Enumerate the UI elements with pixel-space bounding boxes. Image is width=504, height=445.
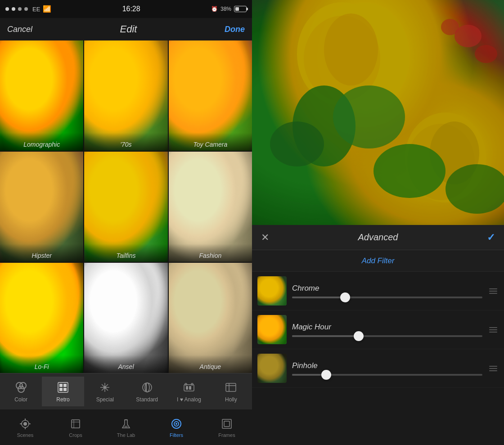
svg-rect-38 — [222, 419, 231, 428]
nav-scenes[interactable]: Scenes — [0, 417, 50, 438]
frames-icon — [220, 417, 234, 431]
filter-label-tailfins: Tailfins — [84, 244, 167, 262]
drag-line — [489, 368, 497, 369]
toolbar-retro[interactable]: Retro — [42, 377, 84, 406]
filter-label-70s: '70s — [84, 133, 167, 151]
toolbar-holly-label: Holly — [225, 396, 237, 403]
signal-dot-2 — [12, 7, 15, 11]
advanced-title: Advanced — [358, 232, 398, 243]
special-icon — [98, 380, 112, 395]
status-left: EE 📶 — [5, 5, 51, 13]
chrome-name: Chrome — [292, 284, 482, 293]
chrome-thumb[interactable] — [340, 292, 350, 302]
nav-scenes-label: Scenes — [17, 432, 34, 438]
filter-cell-toy[interactable]: Toy Camera — [169, 40, 252, 151]
pinhole-slider[interactable] — [292, 374, 482, 376]
confirm-button[interactable]: ✓ — [487, 232, 495, 243]
signal-dot-4 — [24, 7, 28, 11]
alarm-icon: ⏰ — [211, 6, 218, 12]
cancel-button[interactable]: Cancel — [7, 25, 32, 34]
done-button[interactable]: Done — [225, 25, 245, 34]
chrome-slider[interactable] — [292, 297, 482, 298]
toolbar-standard[interactable]: Standard — [126, 377, 168, 406]
nav-lab-label: The Lab — [117, 432, 135, 438]
magic-hour-thumb[interactable] — [354, 331, 364, 341]
signal-dot-1 — [5, 7, 9, 11]
filter-cell-70s[interactable]: '70s — [84, 40, 167, 151]
left-panel: EE 📶 16:28 ⏰ 38% Cancel Edit Done Lomogr… — [0, 0, 252, 445]
color-icon — [14, 380, 28, 395]
svg-rect-14 — [146, 383, 147, 392]
svg-point-2 — [18, 386, 24, 392]
pinhole-thumb[interactable] — [321, 370, 331, 380]
filter-label-hipster: Hipster — [0, 244, 83, 262]
nav-filters[interactable]: Filters — [151, 417, 202, 438]
drag-line — [489, 366, 497, 367]
battery-percent: 38% — [220, 6, 231, 12]
adjustment-magic-hour: Magic Hour — [252, 310, 504, 349]
svg-point-20 — [191, 383, 193, 385]
nav-lab[interactable]: The Lab — [101, 417, 151, 438]
magic-hour-drag-handle[interactable] — [488, 327, 499, 333]
svg-rect-18 — [189, 386, 191, 390]
drag-line — [489, 293, 497, 294]
crops-icon — [69, 417, 82, 431]
nav-crops-label: Crops — [69, 432, 82, 438]
filter-cell-fashion[interactable]: Fashion — [169, 152, 252, 262]
filter-label-fashion: Fashion — [169, 244, 252, 262]
battery-bar — [234, 6, 247, 12]
svg-rect-54 — [252, 0, 504, 225]
filter-adjustments: Chrome Magic Hour — [252, 272, 504, 445]
adjustment-pinhole: Pinhole — [252, 349, 504, 388]
toolbar-analog[interactable]: I ♥ Analog — [168, 377, 210, 406]
chrome-info: Chrome — [292, 284, 482, 298]
svg-point-29 — [23, 422, 27, 426]
toolbar-retro-label: Retro — [56, 396, 69, 403]
svg-point-37 — [176, 423, 177, 425]
filter-cell-ansel[interactable]: Ansel — [84, 263, 167, 373]
filter-cell-lomographic[interactable]: Lomographic — [0, 40, 83, 151]
close-button[interactable]: ✕ — [261, 232, 269, 243]
magic-hour-slider[interactable] — [292, 335, 482, 337]
svg-point-34 — [124, 426, 128, 427]
drag-line — [489, 329, 497, 330]
filter-toolbar: Color Retro — [0, 373, 252, 409]
drag-line — [489, 288, 497, 289]
drag-line — [489, 332, 497, 333]
standard-icon — [140, 380, 154, 395]
status-right: ⏰ 38% — [211, 6, 247, 12]
svg-rect-7 — [63, 388, 67, 391]
svg-point-19 — [185, 383, 187, 385]
svg-point-12 — [104, 386, 106, 389]
chrome-drag-handle[interactable] — [488, 288, 499, 294]
battery-container — [234, 6, 247, 12]
right-panel: ✕ Advanced ✓ Add Filter Chrome — [252, 0, 504, 445]
filter-label-lofi: Lo-Fi — [0, 355, 83, 373]
wifi-icon: 📶 — [43, 5, 51, 13]
svg-rect-21 — [226, 383, 236, 391]
pinhole-info: Pinhole — [292, 361, 482, 376]
filter-cell-antique[interactable]: Antique — [169, 263, 252, 373]
drag-line — [489, 291, 497, 292]
add-filter-button[interactable]: Add Filter — [362, 256, 395, 265]
magic-hour-thumbnail — [257, 315, 287, 344]
toolbar-special[interactable]: Special — [84, 377, 126, 406]
pinhole-name: Pinhole — [292, 361, 482, 370]
filter-cell-lofi[interactable]: Lo-Fi — [0, 263, 83, 373]
advanced-header: ✕ Advanced ✓ — [252, 225, 504, 250]
filters-icon — [170, 417, 183, 431]
carrier-text: EE — [32, 6, 40, 13]
filter-cell-hipster[interactable]: Hipster — [0, 152, 83, 262]
toolbar-holly[interactable]: Holly — [210, 377, 252, 406]
toolbar-special-label: Special — [96, 396, 114, 403]
svg-point-15 — [145, 383, 149, 392]
pinhole-drag-handle[interactable] — [488, 366, 499, 371]
magic-hour-info: Magic Hour — [292, 323, 482, 337]
signal-dot-3 — [18, 7, 22, 11]
nav-frames[interactable]: Frames — [202, 417, 252, 438]
svg-point-13 — [143, 383, 152, 392]
svg-rect-17 — [186, 386, 188, 390]
filter-cell-tailfins[interactable]: Tailfins — [84, 152, 167, 262]
nav-crops[interactable]: Crops — [50, 417, 101, 438]
toolbar-color[interactable]: Color — [0, 377, 42, 406]
